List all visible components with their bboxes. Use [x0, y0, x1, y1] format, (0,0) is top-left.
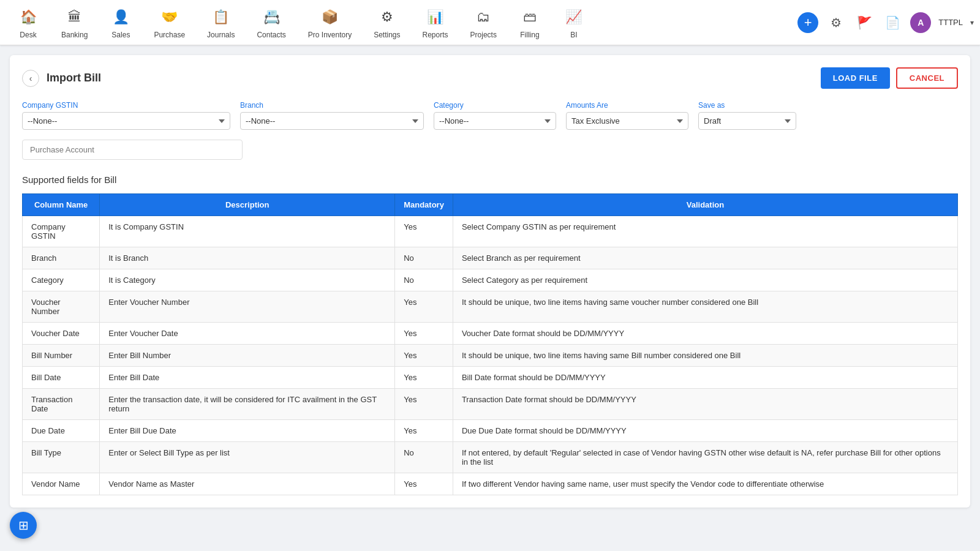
reports-label: Reports: [423, 31, 448, 39]
category-select[interactable]: --None--: [434, 112, 556, 130]
filling-label: Filling: [520, 31, 539, 39]
back-button[interactable]: ‹: [22, 70, 39, 87]
table-row: Bill DateEnter Bill DateYesBill Date for…: [23, 367, 958, 389]
document-icon[interactable]: 📄: [882, 12, 903, 33]
amounts-are-select[interactable]: Tax Exclusive Tax Inclusive: [566, 112, 688, 130]
nav-item-purchase[interactable]: 🤝 Purchase: [143, 1, 196, 44]
table-cell-description: Enter or Select Bill Type as per list: [100, 442, 395, 473]
branch-label: Branch: [240, 101, 424, 110]
purchase-icon: 🤝: [159, 6, 181, 28]
table-row: Company GSTINIt is Company GSTINYesSelec…: [23, 216, 958, 247]
filling-icon: 🗃: [519, 6, 541, 28]
table-cell-description: Enter Voucher Date: [100, 323, 395, 345]
header-buttons: LOAD FILE CANCEL: [821, 67, 958, 89]
table-cell-mandatory: Yes: [395, 367, 453, 389]
bi-icon: 📈: [563, 6, 585, 28]
nav-item-contacts[interactable]: 📇 Contacts: [246, 1, 296, 44]
nav-item-filling[interactable]: 🗃 Filling: [508, 1, 552, 44]
table-cell-validation: Select Branch as per requirement: [453, 247, 957, 269]
nav-item-sales[interactable]: 👤 Sales: [99, 1, 143, 44]
nav-item-settings[interactable]: ⚙ Settings: [363, 1, 411, 44]
table-row: Voucher NumberEnter Voucher NumberYesIt …: [23, 291, 958, 323]
company-chevron-icon[interactable]: ▾: [970, 18, 974, 27]
table-cell-column-name: Due Date: [23, 420, 100, 442]
table-cell-column-name: Voucher Date: [23, 323, 100, 345]
table-cell-description: Enter Voucher Number: [100, 291, 395, 323]
table-cell-mandatory: Yes: [395, 389, 453, 420]
amounts-are-label: Amounts Are: [566, 101, 688, 110]
settings-icon[interactable]: ⚙: [826, 12, 846, 33]
table-row: BranchIt is BranchNoSelect Branch as per…: [23, 247, 958, 269]
journals-label: Journals: [207, 31, 235, 39]
table-cell-column-name: Category: [23, 269, 100, 291]
contacts-label: Contacts: [257, 31, 285, 39]
table-cell-mandatory: Yes: [395, 323, 453, 345]
table-cell-validation: If two different Vendor having same name…: [453, 473, 957, 495]
table-cell-column-name: Bill Date: [23, 367, 100, 389]
settings-icon: ⚙: [376, 6, 398, 28]
form-row: Company GSTIN --None-- Branch --None-- C…: [22, 101, 958, 130]
projects-label: Projects: [470, 31, 497, 39]
nav-item-bi[interactable]: 📈 BI: [552, 1, 596, 44]
table-cell-column-name: Company GSTIN: [23, 216, 100, 247]
table-cell-description: Enter Bill Due Date: [100, 420, 395, 442]
section-title: Supported fields for Bill: [22, 174, 958, 185]
company-gstin-label: Company GSTIN: [22, 101, 230, 110]
nav-item-reports[interactable]: 📊 Reports: [412, 1, 459, 44]
table-cell-column-name: Bill Number: [23, 345, 100, 367]
banking-icon: 🏛: [64, 6, 86, 28]
banking-label: Banking: [61, 31, 88, 39]
category-group: Category --None--: [434, 101, 556, 130]
table-cell-validation: It should be unique, two line items havi…: [453, 345, 957, 367]
table-cell-column-name: Transaction Date: [23, 389, 100, 420]
amounts-are-group: Amounts Are Tax Exclusive Tax Inclusive: [566, 101, 688, 130]
nav-item-projects[interactable]: 🗂 Projects: [459, 1, 508, 44]
table-cell-description: It is Branch: [100, 247, 395, 269]
nav-item-journals[interactable]: 📋 Journals: [196, 1, 246, 44]
reports-icon: 📊: [424, 6, 447, 28]
table-cell-mandatory: No: [395, 269, 453, 291]
nav-item-desk[interactable]: 🏠 Desk: [6, 1, 50, 44]
purchase-account-input[interactable]: [22, 140, 243, 160]
nav-item-banking[interactable]: 🏛 Banking: [50, 1, 99, 44]
table-cell-column-name: Branch: [23, 247, 100, 269]
table-row: Bill TypeEnter or Select Bill Type as pe…: [23, 442, 958, 473]
flag-icon[interactable]: 🚩: [854, 12, 875, 33]
table-column-header: Description: [100, 194, 395, 216]
load-file-button[interactable]: LOAD FILE: [821, 67, 890, 89]
company-gstin-select[interactable]: --None--: [22, 112, 230, 130]
table-header: Column NameDescriptionMandatoryValidatio…: [23, 194, 958, 216]
nav-item-pro-inventory[interactable]: 📦 Pro Inventory: [297, 1, 363, 44]
company-name-label[interactable]: TTTPL: [938, 18, 963, 27]
page-title: Import Bill: [47, 72, 101, 84]
add-new-button[interactable]: +: [797, 12, 818, 33]
table-cell-description: It is Category: [100, 269, 395, 291]
table-cell-validation: Voucher Date format should be DD/MM/YYYY: [453, 323, 957, 345]
avatar[interactable]: A: [910, 12, 931, 33]
sales-label: Sales: [111, 31, 130, 39]
save-as-select[interactable]: Draft Posted: [698, 112, 796, 130]
company-gstin-group: Company GSTIN --None--: [22, 101, 230, 130]
card-title-row: ‹ Import Bill: [22, 70, 101, 87]
main-content: ‹ Import Bill LOAD FILE CANCEL Company G…: [0, 45, 980, 517]
table-cell-mandatory: Yes: [395, 216, 453, 247]
cancel-button[interactable]: CANCEL: [896, 67, 958, 89]
pro-inventory-icon: 📦: [318, 6, 341, 28]
table-row: Bill NumberEnter Bill NumberYesIt should…: [23, 345, 958, 367]
branch-select[interactable]: --None--: [240, 112, 424, 130]
projects-icon: 🗂: [472, 6, 494, 28]
table-cell-validation: It should be unique, two line items havi…: [453, 291, 957, 323]
nav-items: 🏠 Desk 🏛 Banking 👤 Sales 🤝 Purchase 📋 Jo…: [6, 1, 797, 44]
table-cell-column-name: Bill Type: [23, 442, 100, 473]
table-column-header: Validation: [453, 194, 957, 216]
table-cell-validation: If not entered, by default 'Regular' sel…: [453, 442, 957, 473]
sales-icon: 👤: [110, 6, 132, 28]
save-as-label: Save as: [698, 101, 796, 110]
table-row: Due DateEnter Bill Due DateYesDue Due Da…: [23, 420, 958, 442]
table-cell-description: Enter the transaction date, it will be c…: [100, 389, 395, 420]
table-cell-validation: Transaction Date format should be DD/MM/…: [453, 389, 957, 420]
table-row: CategoryIt is CategoryNoSelect Category …: [23, 269, 958, 291]
table-cell-mandatory: No: [395, 247, 453, 269]
category-label: Category: [434, 101, 556, 110]
table-row: Transaction DateEnter the transaction da…: [23, 389, 958, 420]
